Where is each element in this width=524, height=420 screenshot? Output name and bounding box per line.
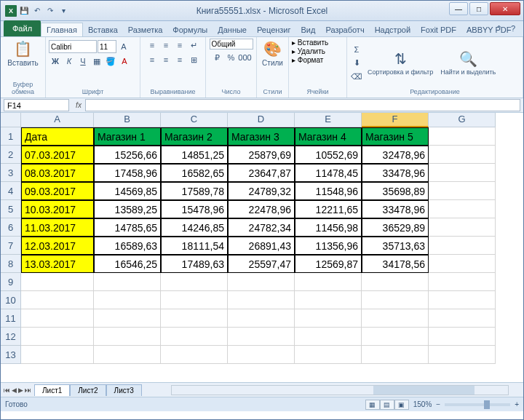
cell[interactable]: 35698,89 (362, 182, 429, 200)
sheet-next-icon[interactable]: ▶ (18, 387, 23, 394)
row-header[interactable]: 3 (1, 164, 21, 182)
cell[interactable] (21, 273, 94, 291)
cell[interactable]: 12.03.2017 (21, 237, 94, 255)
cell[interactable]: 33478,96 (362, 200, 429, 218)
cell[interactable]: Магазин 4 (295, 127, 362, 146)
cell[interactable]: 32478,96 (362, 146, 429, 164)
cell[interactable]: 10.03.2017 (21, 200, 94, 218)
cell[interactable] (21, 291, 94, 309)
cell[interactable]: 12569,87 (295, 255, 362, 273)
percent-icon[interactable]: % (225, 51, 238, 64)
worksheet-grid[interactable]: A B C D E F G 1ДатаМагазин 1Магазин 2Маг… (1, 113, 523, 382)
cell[interactable] (228, 309, 295, 328)
cell[interactable] (161, 291, 228, 309)
minimize-ribbon-icon[interactable]: ⌃ (493, 23, 504, 34)
cell[interactable] (362, 328, 429, 346)
comma-icon[interactable]: 000 (239, 51, 252, 64)
zoom-thumb[interactable] (484, 400, 490, 409)
tab-developer[interactable]: Разработч (320, 23, 369, 36)
close-button[interactable]: ✕ (490, 2, 520, 15)
tab-addins[interactable]: Надстрой (370, 23, 416, 36)
cell[interactable] (228, 291, 295, 309)
fill-icon[interactable]: ⬇ (350, 57, 363, 70)
sheet-tab-1[interactable]: Лист1 (34, 384, 70, 396)
row-header[interactable]: 5 (1, 200, 21, 218)
cell[interactable] (429, 309, 496, 328)
zoom-level[interactable]: 150% (413, 400, 432, 408)
hscroll-thumb[interactable] (373, 386, 475, 395)
cell[interactable]: 33478,96 (362, 164, 429, 182)
cell[interactable] (94, 273, 161, 291)
cell[interactable]: Магазин 5 (362, 127, 429, 146)
cell[interactable] (362, 309, 429, 328)
cell[interactable]: 11.03.2017 (21, 218, 94, 237)
align-top-icon[interactable]: ≡ (146, 39, 159, 52)
cell[interactable]: 25597,47 (228, 255, 295, 273)
bold-button[interactable]: Ж (49, 55, 62, 68)
tab-insert[interactable]: Вставка (83, 23, 123, 36)
cell[interactable]: 23647,87 (228, 164, 295, 182)
page-break-view-icon[interactable]: ▣ (394, 400, 409, 410)
fill-color-button[interactable]: 🪣 (104, 55, 117, 68)
cell[interactable]: 35713,63 (362, 237, 429, 255)
cell[interactable] (295, 291, 362, 309)
cell[interactable]: 13589,25 (94, 200, 161, 218)
cell[interactable] (21, 309, 94, 328)
cell[interactable]: 16582,65 (161, 164, 228, 182)
font-color-button[interactable]: A (118, 55, 131, 68)
cell[interactable]: 11356,96 (295, 237, 362, 255)
tab-layout[interactable]: Разметка (123, 23, 168, 36)
cell[interactable]: 12211,65 (295, 200, 362, 218)
insert-button[interactable]: ▸ Вставить (292, 39, 328, 47)
qat-dropdown-icon[interactable]: ▾ (57, 5, 69, 17)
cell[interactable]: Магазин 3 (228, 127, 295, 146)
cell[interactable]: Магазин 2 (161, 127, 228, 146)
cell[interactable] (295, 328, 362, 346)
cell[interactable]: 14785,65 (94, 218, 161, 237)
number-format-select[interactable] (210, 39, 253, 49)
row-header[interactable]: 8 (1, 255, 21, 273)
cell[interactable] (429, 291, 496, 309)
styles-button[interactable]: 🎨 Стили (260, 39, 285, 68)
undo-icon[interactable]: ↶ (31, 5, 43, 17)
fx-icon[interactable]: fx (72, 101, 85, 109)
cell[interactable] (429, 164, 496, 182)
italic-button[interactable]: К (63, 55, 76, 68)
align-left-icon[interactable]: ≡ (146, 53, 159, 66)
cell[interactable] (161, 328, 228, 346)
tab-view[interactable]: Вид (296, 23, 321, 36)
row-header[interactable]: 6 (1, 218, 21, 237)
sort-filter-button[interactable]: ⇅ Сортировка и фильтр (365, 49, 436, 77)
cell[interactable] (161, 273, 228, 291)
underline-button[interactable]: Ч (76, 55, 90, 68)
cell[interactable] (161, 309, 228, 328)
cell[interactable]: 34178,56 (362, 255, 429, 273)
select-all-corner[interactable] (1, 113, 21, 127)
row-header[interactable]: 11 (1, 309, 21, 328)
col-header-A[interactable]: A (21, 113, 94, 127)
row-header[interactable]: 13 (1, 346, 21, 364)
cell[interactable] (94, 328, 161, 346)
cell[interactable]: 17489,63 (161, 255, 228, 273)
font-size-select[interactable] (98, 40, 116, 53)
cell[interactable]: 15478,96 (161, 200, 228, 218)
cell[interactable]: Дата (21, 127, 94, 146)
merge-icon[interactable]: ⊞ (187, 53, 200, 66)
align-right-icon[interactable]: ≡ (173, 53, 186, 66)
row-header[interactable]: 9 (1, 273, 21, 291)
cell[interactable] (362, 346, 429, 364)
clear-icon[interactable]: ⌫ (350, 71, 363, 84)
sheet-last-icon[interactable]: ⏭ (25, 387, 31, 394)
font-name-select[interactable] (49, 40, 97, 53)
currency-icon[interactable]: ₽ (211, 51, 224, 64)
zoom-in-icon[interactable]: + (515, 400, 519, 408)
minimize-button[interactable]: — (449, 2, 468, 15)
tab-home[interactable]: Главная (41, 23, 83, 36)
cell[interactable] (429, 237, 496, 255)
row-header[interactable]: 1 (1, 127, 21, 146)
cell[interactable] (429, 273, 496, 291)
cell[interactable]: 25879,69 (228, 146, 295, 164)
page-layout-view-icon[interactable]: ▤ (380, 400, 394, 410)
normal-view-icon[interactable]: ▦ (365, 400, 380, 410)
save-icon[interactable]: 💾 (18, 5, 30, 17)
